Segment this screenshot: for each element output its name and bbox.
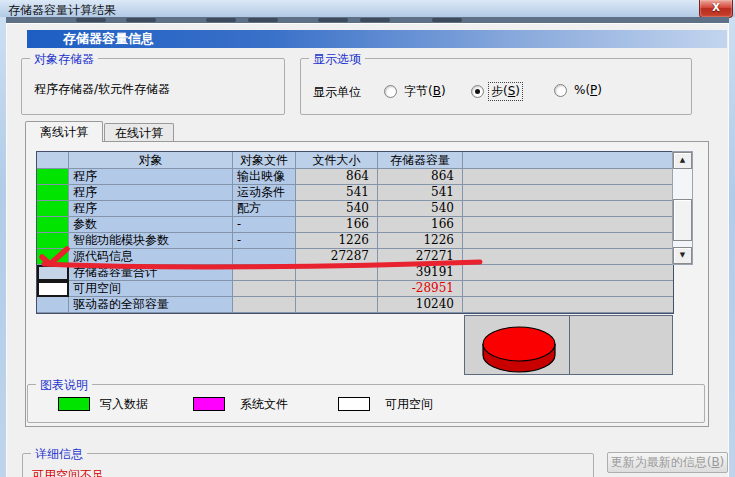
details-message: 可用空间不足。 — [32, 467, 116, 477]
legend-swatch-system-files — [193, 397, 225, 411]
tab-online-calculation[interactable]: 在线计算 — [104, 123, 174, 142]
scroll-down-icon: ▼ — [680, 251, 685, 259]
tab-offline-calculation[interactable]: 离线计算 — [25, 121, 103, 142]
row-color-swatch — [37, 233, 69, 249]
radio-step[interactable]: 步(S) — [471, 83, 522, 100]
display-options-label: 显示选项 — [309, 51, 365, 68]
table-row: 智能功能模块参数 - 1226 1226 — [37, 233, 673, 249]
table-header-row: 对象 对象文件 文件大小 存储器容量 — [37, 152, 673, 169]
legend-swatch-written-data — [58, 397, 90, 411]
details-groupbox: 详细信息 可用空间不足。 — [22, 453, 594, 477]
header-size: 文件大小 — [296, 152, 378, 169]
row-color-swatch — [37, 217, 69, 233]
row-color-swatch — [37, 201, 69, 217]
target-memory-groupbox: 对象存储器 程序存储器/软元件存储器 — [21, 58, 285, 115]
table-scrollbar[interactable]: ▲ ▼ — [672, 151, 693, 265]
scroll-down-button[interactable]: ▼ — [673, 247, 692, 264]
legend-label-system-files: 系统文件 — [240, 396, 288, 413]
display-unit-label: 显示单位 — [313, 84, 361, 101]
summary-row-total: 存储器容量合计 39191 — [37, 265, 673, 281]
summary-row-free-space: 可用空间 -28951 — [37, 281, 673, 297]
update-info-button[interactable]: 更新为最新的信息(B) — [607, 452, 728, 473]
table-row: 程序 运动条件 541 541 — [37, 185, 673, 201]
capacity-pie-chart — [465, 316, 569, 374]
display-options-groupbox: 显示选项 显示单位 字节(B) 步(S) %(P) — [300, 58, 692, 115]
memory-capacity-dialog: { "window": { "title": "存储器容量计算结果" }, "i… — [0, 0, 735, 477]
table-row: 参数 - 166 166 — [37, 217, 673, 233]
header-extra — [463, 152, 673, 169]
capacity-table: 对象 对象文件 文件大小 存储器容量 程序 输出映像 864 864 程序 运动… — [36, 151, 674, 314]
row-color-swatch — [37, 169, 69, 185]
header-file: 对象文件 — [233, 152, 296, 169]
row-color-swatch — [37, 249, 69, 265]
chart-legend-groupbox: 图表说明 写入数据 系统文件 可用空间 — [27, 384, 705, 423]
summary-swatch-total — [37, 265, 69, 281]
radio-circle-icon — [384, 85, 397, 98]
header-object: 对象 — [69, 152, 233, 169]
pie-chart-cell — [464, 315, 570, 375]
row-color-swatch — [37, 185, 69, 201]
empty-chart-cell — [569, 315, 673, 375]
radio-percent[interactable]: %(P) — [554, 83, 604, 97]
table-row: 程序 输出映像 864 864 — [37, 169, 673, 185]
radio-circle-icon — [554, 84, 567, 97]
close-button[interactable]: X — [699, 0, 733, 18]
legend-label-free-space: 可用空间 — [385, 396, 433, 413]
radio-byte[interactable]: 字节(B) — [384, 83, 448, 100]
scroll-up-button[interactable]: ▲ — [673, 152, 692, 169]
title-bar: 存储器容量计算结果 — [0, 0, 735, 17]
section-header: 存储器容量信息 — [27, 30, 727, 48]
summary-swatch-none — [37, 297, 69, 313]
table-row: 程序 配方 540 540 — [37, 201, 673, 217]
header-capacity: 存储器容量 — [378, 152, 463, 169]
legend-swatch-free-space — [338, 397, 370, 411]
radio-circle-checked-icon — [471, 85, 484, 98]
target-memory-value: 程序存储器/软元件存储器 — [34, 81, 170, 98]
summary-swatch-free-space — [37, 281, 69, 297]
scroll-thumb[interactable] — [673, 199, 692, 241]
scroll-up-icon: ▲ — [680, 156, 685, 164]
legend-label-written-data: 写入数据 — [100, 396, 148, 413]
target-memory-label: 对象存储器 — [30, 51, 98, 68]
table-row-source-code-info: 源代码信息 27287 27271 — [37, 249, 673, 265]
chart-legend-label: 图表说明 — [36, 377, 92, 394]
summary-row-drive-capacity: 驱动器的全部容量 10240 — [37, 297, 673, 313]
details-label: 详细信息 — [31, 446, 87, 463]
header-color — [37, 152, 69, 169]
close-icon: X — [712, 2, 720, 13]
